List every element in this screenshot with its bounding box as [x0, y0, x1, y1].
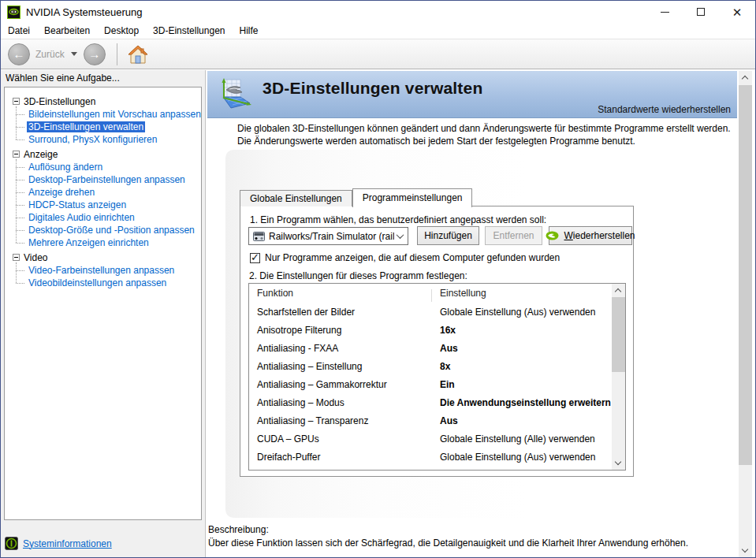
- sidebar-item-anzeige-drehen[interactable]: Anzeige drehen: [16, 186, 199, 199]
- tree-group-label: Video: [24, 252, 47, 263]
- maximize-button[interactable]: [683, 1, 719, 23]
- program-select-dropdown[interactable]: Railworks/Train Simulator (railw...: [248, 227, 408, 245]
- einstellung-cell[interactable]: Globale Einstellung (Optimale Leistung) …: [432, 470, 612, 471]
- einstellung-cell[interactable]: Ein: [432, 379, 612, 390]
- intro-text: Die globalen 3D-Einstellungen können geä…: [237, 122, 736, 147]
- remove-button[interactable]: Entfernen: [485, 226, 542, 245]
- nvidia-app-icon: [7, 6, 20, 19]
- column-header-funktion[interactable]: Funktion: [249, 288, 432, 299]
- forward-button[interactable]: →: [84, 43, 106, 65]
- close-button[interactable]: ✕: [719, 1, 755, 23]
- sidebar-item-label: HDCP-Status anzeigen: [27, 199, 128, 210]
- sidebar-item-label: Digitales Audio einrichten: [27, 212, 136, 223]
- sidebar-item-surround-physx-konfigurieren[interactable]: Surround, PhysX konfigurieren: [16, 133, 199, 146]
- einstellung-cell[interactable]: Die Anwendungseinstellung erweitern: [432, 397, 612, 408]
- scrollbar-thumb[interactable]: [739, 85, 752, 465]
- table-scroll-down-icon[interactable]: [615, 459, 621, 465]
- tab-strip: Globale EinstellungenProgrammeinstellung…: [240, 188, 472, 206]
- einstellung-cell[interactable]: Aus: [432, 343, 612, 354]
- funktion-cell: Antialiasing – Einstellung: [249, 361, 432, 372]
- sidebar-item-label: Anzeige drehen: [27, 187, 96, 198]
- sidebar-item-label: Video-Farbeinstellungen anpassen: [27, 265, 176, 276]
- tree-group-3d-einstellungen[interactable]: 3D-Einstellungen: [8, 95, 199, 108]
- sidebar-item-label: Desktop-Größe und -Position anpassen: [27, 225, 196, 236]
- menu-item-datei[interactable]: Datei: [1, 24, 37, 38]
- sidebar-item-digitales-audio-einrichten[interactable]: Digitales Audio einrichten: [16, 211, 199, 224]
- add-button[interactable]: Hinzufügen: [417, 226, 479, 245]
- table-header: Funktion Einstellung: [249, 284, 625, 303]
- settings-table: Funktion Einstellung Scharfstellen der B…: [248, 283, 626, 471]
- einstellung-cell[interactable]: Globale Einstellung (Aus) verwenden: [432, 452, 612, 463]
- forward-arrow-icon: →: [88, 47, 100, 61]
- nvidia-eye-icon: [546, 231, 559, 240]
- system-information-link[interactable]: Systeminformationen: [23, 538, 112, 549]
- table-scroll-up-icon[interactable]: [615, 288, 621, 295]
- table-row[interactable]: Antialiasing – ModusDie Anwendungseinste…: [249, 393, 612, 411]
- restore-button-label: Wiederherstellen: [564, 230, 635, 241]
- tree-group-video[interactable]: Video: [8, 251, 199, 264]
- back-label: Zurück: [35, 49, 65, 60]
- description-label: Beschreibung:: [208, 524, 269, 535]
- table-row[interactable]: Scharfstellen der BilderGlobale Einstell…: [249, 303, 612, 321]
- table-row[interactable]: CUDA – GPUsGlobale Einstellung (Alle) ve…: [249, 430, 612, 448]
- step1-label: 1. Ein Programm wählen, das benutzerdefi…: [250, 214, 546, 225]
- sidebar-item-3d-einstellungen-verwalten[interactable]: 3D-Einstellungen verwalten: [16, 121, 199, 133]
- table-row[interactable]: Anisotrope Filterung16x: [249, 321, 612, 339]
- minimize-button[interactable]: [646, 1, 683, 23]
- table-row[interactable]: Dreifach-PufferGlobale Einstellung (Aus)…: [249, 448, 612, 466]
- collapse-icon[interactable]: [13, 151, 20, 158]
- scroll-down-icon[interactable]: [742, 546, 748, 552]
- tab-programmeinstellungen[interactable]: Programmeinstellungen: [352, 188, 473, 207]
- back-history-caret-icon[interactable]: [71, 52, 77, 56]
- table-row[interactable]: Antialiasing – Einstellung8x: [249, 357, 612, 375]
- restore-button[interactable]: Wiederherstellen: [549, 226, 632, 245]
- program-icon: [253, 232, 265, 241]
- einstellung-cell[interactable]: Globale Einstellung (Aus) verwenden: [432, 307, 612, 318]
- app-window: NVIDIA Systemsteuerung ✕ DateiBearbeiten…: [0, 0, 756, 558]
- collapse-icon[interactable]: [13, 254, 20, 261]
- tab-globale-einstellungen[interactable]: Globale Einstellungen: [240, 190, 352, 206]
- sidebar-item-label: Surround, PhysX konfigurieren: [27, 134, 158, 145]
- einstellung-cell[interactable]: Globale Einstellung (Alle) verwenden: [432, 433, 612, 445]
- einstellung-cell[interactable]: Aus: [432, 415, 612, 426]
- main-content: 3D-Einstellungen verwalten Standardwerte…: [206, 70, 755, 557]
- einstellung-cell[interactable]: 8x: [432, 361, 612, 372]
- home-icon[interactable]: [127, 44, 149, 65]
- step2-label: 2. Die Einstellungen für dieses Programm…: [249, 270, 467, 281]
- scroll-up-icon[interactable]: [742, 76, 748, 82]
- table-row[interactable]: Antialiasing – TransparenzAus: [249, 411, 612, 430]
- back-arrow-icon: ←: [13, 47, 25, 61]
- menu-item-bearbeiten[interactable]: Bearbeiten: [37, 24, 97, 38]
- collapse-icon[interactable]: [13, 98, 20, 105]
- show-installed-checkbox[interactable]: [250, 253, 260, 263]
- einstellung-cell[interactable]: 16x: [432, 325, 612, 336]
- sidebar-item-videobildeinstellungen-anpassen[interactable]: Videobildeinstellungen anpassen: [16, 277, 199, 289]
- sidebar-item-label: Bildeinstellungen mit Vorschau anpassen: [27, 109, 202, 120]
- main-vertical-scrollbar[interactable]: [739, 71, 752, 557]
- restore-defaults-link[interactable]: Standardwerte wiederherstellen: [598, 104, 731, 115]
- sidebar: Wählen Sie eine Aufgabe... 3D-Einstellun…: [1, 70, 206, 557]
- sidebar-item-label: Desktop-Farbeinstellungen anpassen: [27, 174, 187, 185]
- description-text: Über diese Funktion lassen sich der Schä…: [208, 538, 721, 549]
- sidebar-item-auflösung-ändern[interactable]: Auflösung ändern: [16, 161, 199, 173]
- table-row[interactable]: Antialiasing – GammakorrekturEin: [249, 375, 612, 393]
- table-scrollbar[interactable]: [612, 284, 625, 470]
- sidebar-item-bildeinstellungen-mit-vorschau-anpassen[interactable]: Bildeinstellungen mit Vorschau anpassen: [16, 108, 199, 121]
- column-header-einstellung[interactable]: Einstellung: [432, 288, 625, 299]
- sidebar-item-desktop-größe-und-position-anpassen[interactable]: Desktop-Größe und -Position anpassen: [16, 224, 199, 236]
- table-scrollbar-thumb[interactable]: [612, 297, 625, 372]
- sidebar-item-hdcp-status-anzeigen[interactable]: HDCP-Status anzeigen: [16, 199, 199, 211]
- sidebar-item-video-farbeinstellungen-anpassen[interactable]: Video-Farbeinstellungen anpassen: [16, 264, 199, 277]
- sidebar-item-desktop-farbeinstellungen-anpassen[interactable]: Desktop-Farbeinstellungen anpassen: [16, 173, 199, 186]
- back-button[interactable]: ←: [8, 43, 30, 65]
- window-title: NVIDIA Systemsteuerung: [26, 6, 142, 18]
- tree-group-anzeige[interactable]: Anzeige: [8, 147, 199, 161]
- menu-item-3d-einstellungen[interactable]: 3D-Einstellungen: [146, 24, 232, 38]
- sidebar-item-mehrere-anzeigen-einrichten[interactable]: Mehrere Anzeigen einrichten: [16, 236, 199, 249]
- table-row[interactable]: EnergieverwaltungsmodusGlobale Einstellu…: [249, 466, 612, 471]
- menu-item-desktop[interactable]: Desktop: [97, 24, 146, 38]
- funktion-cell: Antialiasing - FXAA: [249, 343, 432, 354]
- menu-item-hilfe[interactable]: Hilfe: [232, 24, 265, 38]
- table-row[interactable]: Antialiasing - FXAAAus: [249, 339, 612, 357]
- toolbar-separator: [117, 43, 117, 65]
